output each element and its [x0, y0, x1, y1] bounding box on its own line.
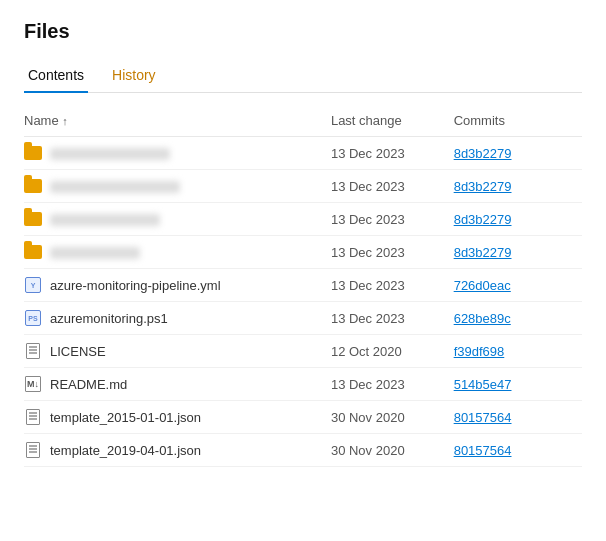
table-row: 13 Dec 20238d3b2279 — [24, 170, 582, 203]
file-name-cell: template_2015-01-01.json — [24, 401, 331, 434]
table-row: PSazuremonitoring.ps113 Dec 2023628be89c — [24, 302, 582, 335]
file-name-cell: Yazure-monitoring-pipeline.yml — [24, 269, 331, 302]
file-name[interactable]: template_2015-01-01.json — [50, 410, 201, 425]
file-date: 12 Oct 2020 — [331, 335, 454, 368]
commit-link[interactable]: 8d3b2279 — [454, 179, 512, 194]
commit-cell: f39df698 — [454, 335, 582, 368]
file-name[interactable]: azuremonitoring.ps1 — [50, 311, 168, 326]
table-row: template_2019-04-01.json30 Nov 202080157… — [24, 434, 582, 467]
folder-icon — [24, 178, 42, 194]
commit-cell: 628be89c — [454, 302, 582, 335]
md-icon: M↓ — [24, 376, 42, 392]
commit-link[interactable]: 80157564 — [454, 443, 512, 458]
doc-icon — [24, 442, 42, 458]
col-header-lastchange[interactable]: Last change — [331, 105, 454, 137]
commit-cell: 726d0eac — [454, 269, 582, 302]
file-name[interactable]: README.md — [50, 377, 127, 392]
file-date: 13 Dec 2023 — [331, 137, 454, 170]
file-name — [50, 146, 170, 161]
commit-cell: 514b5e47 — [454, 368, 582, 401]
table-row: template_2015-01-01.json30 Nov 202080157… — [24, 401, 582, 434]
file-name-cell — [24, 170, 331, 203]
file-name[interactable]: azure-monitoring-pipeline.yml — [50, 278, 221, 293]
file-table: Name ↑ Last change Commits 13 Dec 20238d… — [24, 105, 582, 467]
tab-bar: Contents History — [24, 59, 582, 93]
folder-icon — [24, 145, 42, 161]
file-name — [50, 179, 180, 194]
folder-icon — [24, 244, 42, 260]
file-date: 13 Dec 2023 — [331, 170, 454, 203]
tab-contents[interactable]: Contents — [24, 59, 88, 93]
file-date: 13 Dec 2023 — [331, 269, 454, 302]
commit-cell: 80157564 — [454, 434, 582, 467]
file-name-cell — [24, 137, 331, 170]
file-date: 13 Dec 2023 — [331, 236, 454, 269]
file-date: 13 Dec 2023 — [331, 203, 454, 236]
yaml-icon: Y — [24, 277, 42, 293]
commit-cell: 8d3b2279 — [454, 137, 582, 170]
commit-link[interactable]: 8d3b2279 — [454, 245, 512, 260]
file-name-cell — [24, 203, 331, 236]
commit-cell: 8d3b2279 — [454, 236, 582, 269]
file-date: 30 Nov 2020 — [331, 434, 454, 467]
commit-link[interactable]: f39df698 — [454, 344, 505, 359]
table-row: LICENSE12 Oct 2020f39df698 — [24, 335, 582, 368]
ps1-icon: PS — [24, 310, 42, 326]
file-name[interactable]: template_2019-04-01.json — [50, 443, 201, 458]
tab-history[interactable]: History — [108, 59, 160, 93]
col-header-name[interactable]: Name ↑ — [24, 105, 331, 137]
commit-cell: 8d3b2279 — [454, 170, 582, 203]
doc-icon — [24, 409, 42, 425]
sort-arrow: ↑ — [62, 115, 68, 127]
commit-link[interactable]: 514b5e47 — [454, 377, 512, 392]
doc-icon — [24, 343, 42, 359]
table-row: 13 Dec 20238d3b2279 — [24, 236, 582, 269]
table-row: 13 Dec 20238d3b2279 — [24, 203, 582, 236]
file-name[interactable]: LICENSE — [50, 344, 106, 359]
table-row: Yazure-monitoring-pipeline.yml13 Dec 202… — [24, 269, 582, 302]
table-row: M↓README.md13 Dec 2023514b5e47 — [24, 368, 582, 401]
commit-link[interactable]: 80157564 — [454, 410, 512, 425]
commit-link[interactable]: 726d0eac — [454, 278, 511, 293]
commit-link[interactable]: 8d3b2279 — [454, 212, 512, 227]
file-name — [50, 245, 140, 260]
commit-cell: 80157564 — [454, 401, 582, 434]
file-name — [50, 212, 160, 227]
commit-link[interactable]: 8d3b2279 — [454, 146, 512, 161]
commit-link[interactable]: 628be89c — [454, 311, 511, 326]
folder-icon — [24, 211, 42, 227]
file-name-cell — [24, 236, 331, 269]
file-date: 13 Dec 2023 — [331, 368, 454, 401]
page-title: Files — [24, 20, 582, 43]
table-row: 13 Dec 20238d3b2279 — [24, 137, 582, 170]
file-name-cell: PSazuremonitoring.ps1 — [24, 302, 331, 335]
file-date: 30 Nov 2020 — [331, 401, 454, 434]
file-date: 13 Dec 2023 — [331, 302, 454, 335]
file-name-cell: LICENSE — [24, 335, 331, 368]
col-header-commits[interactable]: Commits — [454, 105, 582, 137]
commit-cell: 8d3b2279 — [454, 203, 582, 236]
file-name-cell: M↓README.md — [24, 368, 331, 401]
file-name-cell: template_2019-04-01.json — [24, 434, 331, 467]
